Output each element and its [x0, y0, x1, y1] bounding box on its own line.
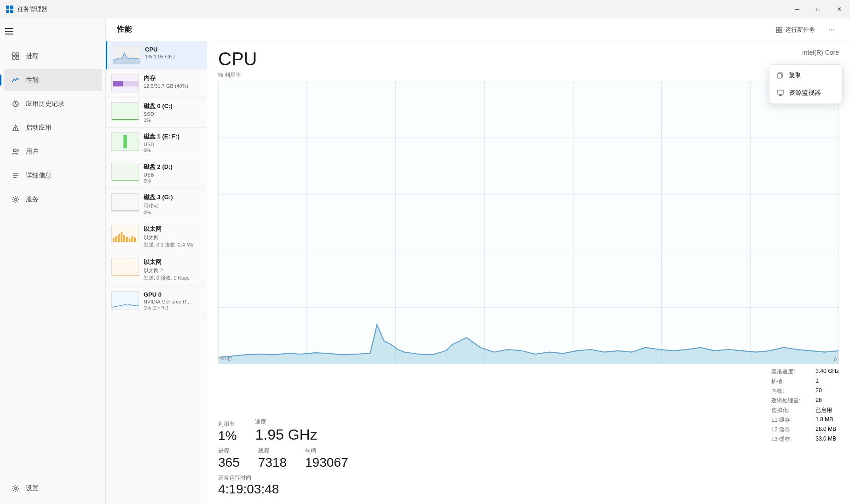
l3-label: L3 缓存:	[771, 435, 808, 443]
perf-item-disk3[interactable]: 磁盘 3 (G:) 可移动 0%	[106, 189, 207, 220]
run-task-label: 运行新任务	[785, 26, 815, 34]
perf-item-memory[interactable]: 内存 12.6/31.7 GB (40%)	[106, 69, 207, 97]
stat-speed: 速度 1.95 GHz	[255, 418, 317, 443]
cpu-detail: CPU Intel(R) Core % 利用率	[207, 41, 850, 504]
logical-label: 逻辑处理器:	[771, 397, 808, 405]
svg-rect-29	[126, 237, 128, 242]
app-container: 进程 性能 应用历史记录	[0, 18, 850, 504]
main-content: 性能 运行新任务 ···	[106, 18, 850, 504]
dropdown-copy[interactable]: 复制	[769, 67, 842, 84]
handles-value: 193067	[305, 455, 348, 470]
disk1-mini-chart	[111, 132, 139, 151]
svg-rect-20	[780, 27, 782, 29]
spec-cores: 内核: 20	[771, 387, 839, 395]
disk0-mini-chart	[111, 102, 139, 120]
uptime-value: 4:19:03:48	[218, 482, 839, 497]
cpu-processor-name: Intel(R) Core	[802, 49, 839, 56]
svg-rect-5	[16, 53, 19, 56]
cpu-sub: 1% 1.95 GHz	[145, 54, 201, 59]
cores-value: 20	[815, 387, 821, 395]
stat-threads: 线程 7318	[258, 447, 287, 470]
sockets-value: 1	[815, 378, 819, 385]
hamburger-button[interactable]	[0, 20, 18, 42]
sidebar-item-services[interactable]: 服务	[4, 189, 102, 211]
services-label: 服务	[26, 195, 39, 204]
sidebar-item-startup[interactable]: 启动应用	[4, 117, 102, 139]
spec-l1: L1 缓存: 1.8 MB	[771, 416, 839, 424]
eth0-sub: 以太网	[144, 234, 201, 241]
svg-point-18	[15, 487, 17, 490]
svg-rect-0	[6, 6, 9, 9]
sidebar-item-users[interactable]: 用户	[4, 141, 102, 163]
disk0-info: 磁盘 0 (C:) SSD 1%	[144, 102, 201, 123]
sidebar-item-details[interactable]: 详细信息	[4, 165, 102, 187]
basespeed-value: 3.40 GHz	[815, 368, 839, 376]
run-task-button[interactable]: 运行新任务	[770, 23, 821, 37]
perf-item-eth1[interactable]: 以太网 以太网 2 发送: 0 接收: 0 Kbps	[106, 253, 207, 286]
spec-l3: L3 缓存: 33.0 MB	[771, 435, 839, 443]
disk2-info: 磁盘 2 (D:) USB 0%	[144, 163, 201, 183]
close-button[interactable]: ✕	[829, 0, 850, 18]
svg-rect-25	[116, 236, 117, 242]
perf-item-disk0[interactable]: 磁盘 0 (C:) SSD 1%	[106, 97, 207, 128]
dropdown-resource-monitor[interactable]: 资源监视器	[769, 84, 842, 102]
performance-body: CPU 1% 1.95 GHz 内存 12.6/31.7 GB (40%)	[106, 41, 850, 504]
svg-rect-45	[778, 90, 783, 94]
svg-rect-2	[6, 10, 9, 13]
copy-icon	[777, 72, 784, 79]
perf-item-disk2[interactable]: 磁盘 2 (D:) USB 0%	[106, 158, 207, 189]
l3-value: 33.0 MB	[815, 435, 836, 443]
eth1-name: 以太网	[144, 258, 201, 266]
sidebar-item-settings[interactable]: 设置	[4, 477, 102, 499]
svg-rect-30	[129, 239, 131, 242]
eth1-info: 以太网 以太网 2 发送: 0 接收: 0 Kbps	[144, 258, 201, 281]
perf-item-gpu0[interactable]: GPU 0 NVIDIA GeForce R... 1% (27 °C)	[106, 286, 207, 315]
copy-label: 复制	[789, 71, 802, 80]
perf-item-cpu[interactable]: CPU 1% 1.95 GHz	[106, 41, 207, 69]
minimize-button[interactable]: ─	[786, 0, 808, 18]
sidebar-item-app-history[interactable]: 应用历史记录	[4, 93, 102, 115]
sidebar-bottom: 设置	[0, 476, 105, 504]
cpu-chart: 60 秒 0	[218, 81, 839, 364]
svg-rect-32	[134, 238, 136, 242]
chart-right-label: 0	[834, 356, 837, 362]
perf-item-disk1[interactable]: 磁盘 1 (E: F:) USB 0%	[106, 128, 207, 158]
svg-point-13	[17, 149, 19, 152]
cores-label: 内核:	[771, 387, 808, 395]
sidebar-item-processes[interactable]: 进程	[4, 45, 102, 67]
monitor-icon	[777, 89, 784, 97]
svg-rect-28	[123, 235, 125, 242]
app-icon	[6, 5, 14, 13]
processes-value: 365	[218, 455, 240, 470]
cpu-detail-header: CPU Intel(R) Core	[218, 49, 839, 69]
gpu0-info: GPU 0 NVIDIA GeForce R... 1% (27 °C)	[144, 291, 201, 310]
chart-bottom-label: 60 秒	[220, 355, 232, 362]
stat-utilization: 利用率 1%	[218, 420, 237, 444]
threads-value: 7318	[258, 455, 287, 470]
gpu0-mini-chart	[111, 291, 139, 309]
svg-rect-31	[132, 236, 133, 242]
svg-rect-24	[113, 238, 115, 242]
svg-rect-21	[776, 30, 779, 33]
perf-device-list: CPU 1% 1.95 GHz 内存 12.6/31.7 GB (40%)	[106, 41, 207, 504]
spec-virtualization: 虚拟化: 已启用	[771, 407, 839, 414]
sidebar: 进程 性能 应用历史记录	[0, 18, 106, 504]
eth0-name: 以太网	[144, 225, 201, 233]
cpu-detail-title: CPU	[218, 49, 257, 69]
more-button[interactable]: ···	[824, 23, 839, 37]
maximize-button[interactable]: □	[808, 0, 829, 18]
eth0-info: 以太网 以太网 发送: 0.1 接收: 2.4 Mb	[144, 225, 201, 248]
sidebar-item-performance[interactable]: 性能	[4, 69, 102, 91]
mem-sub: 12.6/31.7 GB (40%)	[144, 83, 201, 89]
perf-item-eth0[interactable]: 以太网 以太网 发送: 0.1 接收: 2.4 Mb	[106, 220, 207, 253]
stats-row-2: 进程 365 线程 7318 句柄 193067	[218, 447, 839, 470]
performance-icon	[11, 75, 20, 85]
users-label: 用户	[26, 148, 39, 156]
header-actions: 运行新任务 ···	[770, 23, 839, 37]
chart-y-label: % 利用率	[218, 71, 839, 79]
stat-processes: 进程 365	[218, 447, 240, 470]
speed-value: 1.95 GHz	[255, 426, 317, 443]
dropdown-menu: 复制 资源监视器	[769, 64, 843, 104]
stat-handles: 句柄 193067	[305, 447, 348, 470]
svg-rect-44	[778, 74, 781, 78]
